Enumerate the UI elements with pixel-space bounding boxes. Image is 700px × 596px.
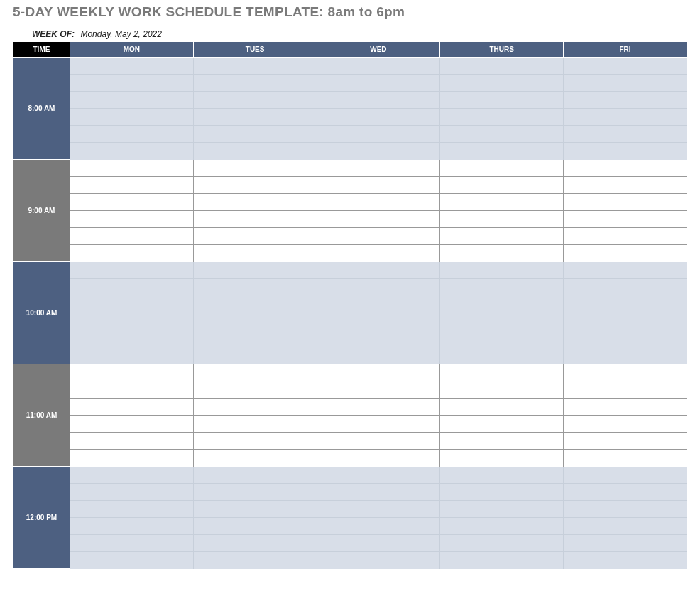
schedule-cell[interactable] (70, 501, 193, 518)
schedule-cell[interactable] (193, 552, 317, 569)
schedule-cell[interactable] (440, 484, 564, 501)
schedule-cell[interactable] (193, 535, 317, 552)
schedule-cell[interactable] (317, 313, 440, 330)
schedule-cell[interactable] (317, 535, 440, 552)
schedule-cell[interactable] (193, 484, 317, 501)
schedule-cell[interactable] (70, 58, 193, 75)
schedule-cell[interactable] (564, 296, 687, 313)
schedule-cell[interactable] (440, 211, 564, 228)
schedule-cell[interactable] (70, 552, 193, 569)
schedule-cell[interactable] (564, 433, 687, 450)
schedule-cell[interactable] (317, 177, 440, 194)
schedule-cell[interactable] (317, 433, 440, 450)
schedule-cell[interactable] (440, 501, 564, 518)
schedule-cell[interactable] (193, 450, 317, 467)
schedule-cell[interactable] (317, 501, 440, 518)
schedule-cell[interactable] (564, 279, 687, 296)
schedule-cell[interactable] (317, 450, 440, 467)
schedule-cell[interactable] (440, 160, 564, 177)
schedule-cell[interactable] (564, 211, 687, 228)
schedule-cell[interactable] (193, 92, 317, 109)
schedule-cell[interactable] (193, 228, 317, 245)
schedule-cell[interactable] (440, 228, 564, 245)
schedule-cell[interactable] (70, 518, 193, 535)
schedule-cell[interactable] (317, 364, 440, 381)
schedule-cell[interactable] (193, 143, 317, 160)
schedule-cell[interactable] (440, 143, 564, 160)
schedule-cell[interactable] (440, 381, 564, 399)
schedule-cell[interactable] (193, 313, 317, 330)
schedule-cell[interactable] (193, 296, 317, 313)
schedule-cell[interactable] (193, 381, 317, 399)
schedule-cell[interactable] (564, 75, 687, 92)
schedule-cell[interactable] (440, 126, 564, 143)
schedule-cell[interactable] (564, 416, 687, 433)
schedule-cell[interactable] (193, 211, 317, 228)
schedule-cell[interactable] (193, 467, 317, 484)
schedule-cell[interactable] (440, 330, 564, 347)
schedule-cell[interactable] (440, 177, 564, 194)
schedule-cell[interactable] (440, 433, 564, 450)
schedule-cell[interactable] (564, 552, 687, 569)
schedule-cell[interactable] (193, 399, 317, 416)
schedule-cell[interactable] (564, 262, 687, 279)
schedule-cell[interactable] (440, 467, 564, 484)
schedule-cell[interactable] (70, 160, 193, 177)
schedule-cell[interactable] (70, 143, 193, 160)
schedule-cell[interactable] (564, 364, 687, 381)
schedule-cell[interactable] (70, 92, 193, 109)
schedule-cell[interactable] (440, 416, 564, 433)
schedule-cell[interactable] (70, 228, 193, 245)
schedule-cell[interactable] (317, 109, 440, 126)
schedule-cell[interactable] (70, 296, 193, 313)
schedule-cell[interactable] (193, 518, 317, 535)
schedule-cell[interactable] (193, 347, 317, 364)
schedule-cell[interactable] (317, 467, 440, 484)
schedule-cell[interactable] (564, 399, 687, 416)
schedule-cell[interactable] (440, 245, 564, 262)
schedule-cell[interactable] (440, 450, 564, 467)
schedule-cell[interactable] (564, 143, 687, 160)
schedule-cell[interactable] (70, 450, 193, 467)
schedule-cell[interactable] (564, 535, 687, 552)
schedule-cell[interactable] (193, 364, 317, 381)
schedule-cell[interactable] (317, 58, 440, 75)
schedule-cell[interactable] (193, 75, 317, 92)
schedule-cell[interactable] (440, 552, 564, 569)
schedule-cell[interactable] (317, 160, 440, 177)
schedule-cell[interactable] (70, 467, 193, 484)
schedule-cell[interactable] (440, 109, 564, 126)
schedule-cell[interactable] (564, 347, 687, 364)
schedule-cell[interactable] (317, 245, 440, 262)
schedule-cell[interactable] (440, 58, 564, 75)
schedule-cell[interactable] (317, 484, 440, 501)
schedule-cell[interactable] (564, 126, 687, 143)
schedule-cell[interactable] (70, 416, 193, 433)
schedule-cell[interactable] (317, 416, 440, 433)
schedule-cell[interactable] (193, 177, 317, 194)
schedule-cell[interactable] (564, 313, 687, 330)
schedule-cell[interactable] (440, 364, 564, 381)
schedule-cell[interactable] (564, 228, 687, 245)
schedule-cell[interactable] (193, 501, 317, 518)
schedule-cell[interactable] (70, 109, 193, 126)
schedule-cell[interactable] (70, 279, 193, 296)
schedule-cell[interactable] (317, 228, 440, 245)
schedule-cell[interactable] (440, 399, 564, 416)
schedule-cell[interactable] (317, 143, 440, 160)
schedule-cell[interactable] (193, 194, 317, 211)
schedule-cell[interactable] (564, 177, 687, 194)
schedule-cell[interactable] (564, 381, 687, 399)
schedule-cell[interactable] (70, 433, 193, 450)
schedule-cell[interactable] (440, 296, 564, 313)
schedule-cell[interactable] (70, 211, 193, 228)
schedule-cell[interactable] (317, 194, 440, 211)
schedule-cell[interactable] (317, 126, 440, 143)
schedule-cell[interactable] (564, 484, 687, 501)
schedule-cell[interactable] (440, 92, 564, 109)
schedule-cell[interactable] (70, 245, 193, 262)
schedule-cell[interactable] (70, 399, 193, 416)
schedule-cell[interactable] (317, 75, 440, 92)
schedule-cell[interactable] (317, 399, 440, 416)
schedule-cell[interactable] (317, 92, 440, 109)
